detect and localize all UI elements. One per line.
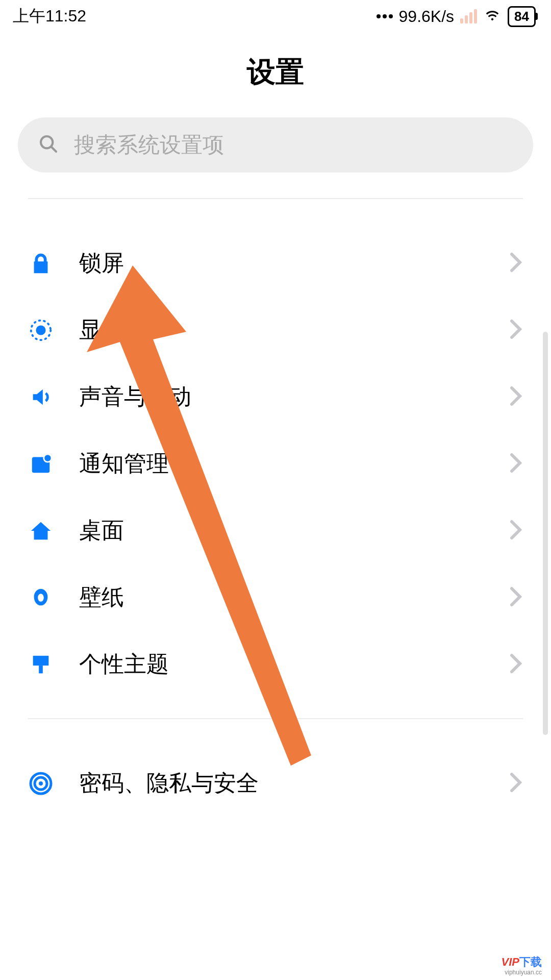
status-bar: 上午11:52 99.6K/s 84 (0, 0, 551, 33)
item-label: 显示 (79, 315, 509, 345)
chevron-right-icon (509, 772, 523, 795)
svg-point-10 (39, 781, 43, 786)
brush-icon (28, 652, 54, 677)
home-icon (28, 518, 54, 544)
svg-rect-7 (39, 665, 43, 673)
settings-item-theme[interactable]: 个性主题 (0, 631, 551, 698)
watermark-vip: VIP (502, 955, 519, 968)
flower-icon (28, 585, 54, 610)
brightness-icon (28, 317, 54, 343)
lock-icon (28, 251, 54, 276)
watermark: VIP下载 viphuiyuan.cc (502, 954, 542, 976)
chevron-right-icon (509, 386, 523, 408)
search-icon (38, 134, 59, 156)
item-label: 桌面 (79, 516, 509, 546)
search-input[interactable]: 搜索系统设置项 (18, 117, 533, 173)
svg-rect-6 (33, 655, 49, 665)
chevron-right-icon (509, 586, 523, 609)
item-label: 声音与振动 (79, 382, 509, 412)
signal-icon (460, 9, 477, 23)
chevron-right-icon (509, 520, 523, 542)
settings-item-notifications[interactable]: 通知管理 (0, 430, 551, 497)
status-right: 99.6K/s 84 (377, 5, 536, 28)
chevron-right-icon (509, 319, 523, 341)
item-label: 壁纸 (79, 582, 509, 612)
item-label: 通知管理 (79, 449, 509, 479)
chevron-right-icon (509, 653, 523, 676)
settings-item-display[interactable]: 显示 (0, 297, 551, 363)
search-placeholder: 搜索系统设置项 (74, 131, 224, 159)
scrollbar[interactable] (543, 332, 548, 735)
volume-icon (28, 384, 54, 410)
status-time: 上午11:52 (13, 5, 86, 28)
chevron-right-icon (509, 252, 523, 275)
svg-line-1 (52, 148, 56, 152)
item-label: 个性主题 (79, 649, 509, 679)
settings-item-lock[interactable]: 锁屏 (0, 230, 551, 297)
battery-percent: 84 (514, 9, 529, 24)
item-label: 锁屏 (79, 248, 509, 278)
wifi-icon (483, 5, 502, 28)
chevron-right-icon (509, 453, 523, 475)
svg-point-0 (41, 136, 53, 148)
svg-point-2 (36, 325, 45, 335)
more-dots-icon (377, 14, 393, 18)
watermark-dl: 下载 (519, 955, 542, 968)
settings-item-sound[interactable]: 声音与振动 (0, 363, 551, 430)
notification-icon (28, 451, 54, 477)
page-title: 设置 (0, 53, 551, 92)
network-speed: 99.6K/s (399, 7, 455, 26)
settings-item-wallpaper[interactable]: 壁纸 (0, 564, 551, 631)
settings-item-home[interactable]: 桌面 (0, 497, 551, 564)
watermark-sub: viphuiyuan.cc (502, 969, 542, 976)
battery-icon: 84 (508, 6, 536, 27)
settings-item-security[interactable]: 密码、隐私与安全 (0, 750, 551, 817)
item-label: 密码、隐私与安全 (79, 768, 509, 798)
fingerprint-icon (28, 771, 54, 796)
svg-point-5 (44, 454, 52, 461)
